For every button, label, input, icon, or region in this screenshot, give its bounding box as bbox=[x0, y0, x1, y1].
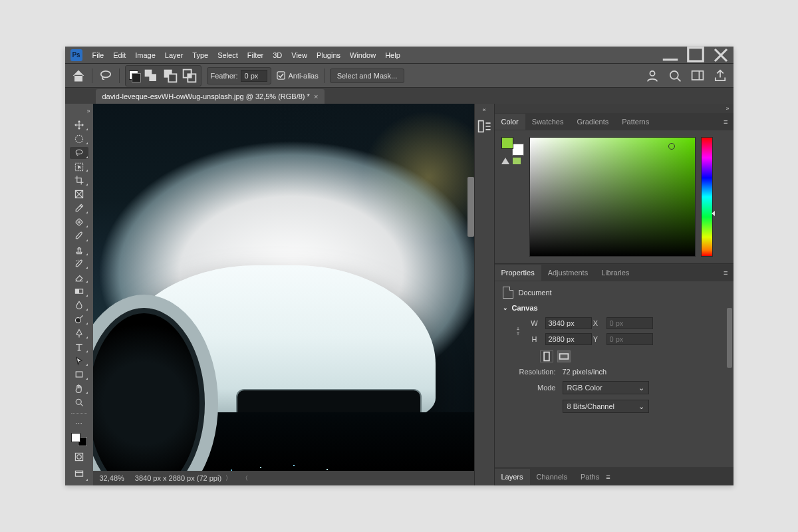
tab-layers[interactable]: Layers bbox=[495, 469, 530, 485]
svg-rect-8 bbox=[168, 74, 176, 82]
menu-image[interactable]: Image bbox=[130, 47, 160, 63]
history-brush-tool[interactable] bbox=[70, 258, 88, 270]
pen-tool[interactable] bbox=[70, 327, 88, 339]
account-icon[interactable] bbox=[644, 68, 660, 84]
close-tab-icon[interactable]: × bbox=[314, 92, 318, 100]
tab-color[interactable]: Color bbox=[495, 114, 525, 130]
menu-layer[interactable]: Layer bbox=[160, 47, 188, 63]
menu-file[interactable]: File bbox=[88, 47, 109, 63]
history-panel-icon[interactable] bbox=[476, 118, 492, 134]
color-picker-indicator[interactable] bbox=[668, 143, 675, 150]
subtract-from-selection-icon[interactable] bbox=[162, 68, 178, 84]
menu-select[interactable]: Select bbox=[213, 47, 243, 63]
hand-tool[interactable] bbox=[70, 382, 88, 394]
menu-help[interactable]: Help bbox=[380, 47, 405, 63]
chevron-left-icon[interactable]: 〈 bbox=[242, 474, 248, 483]
link-icon[interactable] bbox=[513, 327, 523, 336]
add-to-selection-icon[interactable] bbox=[143, 68, 159, 84]
share-icon[interactable] bbox=[712, 68, 728, 84]
rectangle-tool[interactable] bbox=[70, 368, 88, 380]
gradient-tool[interactable] bbox=[70, 285, 88, 297]
status-dimensions[interactable]: 3840 px x 2880 px (72 ppi) 〉 bbox=[135, 474, 231, 483]
intersect-selection-icon[interactable] bbox=[182, 68, 198, 84]
hue-indicator[interactable] bbox=[712, 211, 715, 216]
width-input[interactable] bbox=[545, 317, 592, 329]
panel-menu-icon[interactable]: ≡ bbox=[718, 269, 733, 277]
status-bar: 32,48% 3840 px x 2880 px (72 ppi) 〉 〈 bbox=[93, 471, 474, 485]
menu-window[interactable]: Window bbox=[345, 47, 380, 63]
tab-patterns[interactable]: Patterns bbox=[615, 114, 656, 130]
menu-edit[interactable]: Edit bbox=[108, 47, 130, 63]
crop-tool[interactable] bbox=[70, 174, 88, 186]
dodge-tool[interactable] bbox=[70, 313, 88, 325]
color-mode-dropdown[interactable]: RGB Color ⌄ bbox=[563, 381, 649, 394]
lasso-tool[interactable] bbox=[70, 147, 88, 159]
antialias-label: Anti-alias bbox=[288, 72, 318, 80]
brush-tool[interactable] bbox=[70, 230, 88, 242]
search-icon[interactable] bbox=[667, 68, 683, 84]
svg-rect-32 bbox=[76, 372, 82, 377]
document-tab[interactable]: david-leveque-esvWH-owWug-unsplash.jpg @… bbox=[96, 89, 325, 104]
window-close[interactable] bbox=[709, 47, 733, 63]
screen-mode-icon[interactable] bbox=[70, 467, 88, 481]
canvas-viewport[interactable] bbox=[93, 104, 474, 471]
collapse-toolbar-icon[interactable]: » bbox=[86, 108, 90, 114]
height-input[interactable] bbox=[545, 333, 592, 345]
frame-tool[interactable] bbox=[70, 188, 88, 200]
menu-view[interactable]: View bbox=[287, 47, 312, 63]
menu-type[interactable]: Type bbox=[188, 47, 213, 63]
portrait-button[interactable] bbox=[540, 350, 553, 362]
window-minimize[interactable] bbox=[658, 47, 682, 63]
eraser-tool[interactable] bbox=[70, 271, 88, 283]
color-gamut-warning[interactable] bbox=[501, 157, 524, 165]
quick-mask-icon[interactable] bbox=[70, 450, 88, 464]
clone-stamp-tool[interactable] bbox=[70, 244, 88, 256]
menu-plugins[interactable]: Plugins bbox=[312, 47, 345, 63]
color-foreground-background[interactable] bbox=[501, 137, 521, 153]
healing-brush-tool[interactable] bbox=[70, 216, 88, 228]
blur-tool[interactable] bbox=[70, 299, 88, 311]
new-selection-icon[interactable] bbox=[129, 70, 140, 81]
collapse-panels-icon[interactable]: » bbox=[495, 104, 733, 113]
select-and-mask-button[interactable]: Select and Mask... bbox=[330, 68, 405, 83]
status-zoom[interactable]: 32,48% bbox=[100, 474, 124, 482]
object-selection-tool[interactable] bbox=[70, 161, 88, 173]
landscape-button[interactable] bbox=[557, 350, 571, 362]
color-field[interactable] bbox=[529, 137, 696, 257]
tab-adjustments[interactable]: Adjustments bbox=[541, 265, 595, 281]
menu-3d[interactable]: 3D bbox=[268, 47, 287, 63]
nearest-color-swatch[interactable] bbox=[512, 157, 521, 165]
divider bbox=[324, 68, 325, 83]
foreground-background-swatch[interactable] bbox=[70, 432, 88, 447]
bit-depth-dropdown[interactable]: 8 Bits/Channel ⌄ bbox=[563, 400, 649, 413]
tab-properties[interactable]: Properties bbox=[495, 265, 541, 281]
home-icon[interactable] bbox=[70, 68, 86, 84]
chevron-right-icon[interactable]: 〉 bbox=[225, 474, 231, 483]
edit-toolbar-icon[interactable]: ⋯ bbox=[70, 418, 88, 430]
tab-gradients[interactable]: Gradients bbox=[571, 114, 616, 130]
workspace-icon[interactable] bbox=[690, 68, 706, 84]
canvas-section[interactable]: ⌄ Canvas bbox=[503, 304, 726, 312]
menu-filter[interactable]: Filter bbox=[243, 47, 268, 63]
panel-menu-icon[interactable]: ≡ bbox=[718, 118, 733, 126]
feather-input[interactable] bbox=[241, 70, 267, 82]
antialias-checkbox[interactable]: Anti-alias bbox=[277, 71, 318, 80]
lasso-tool-preset[interactable] bbox=[98, 68, 114, 84]
properties-scrollbar[interactable] bbox=[727, 308, 732, 368]
tab-swatches[interactable]: Swatches bbox=[525, 114, 571, 130]
tab-libraries[interactable]: Libraries bbox=[595, 265, 636, 281]
path-selection-tool[interactable] bbox=[70, 355, 88, 367]
zoom-tool[interactable] bbox=[70, 396, 88, 408]
move-tool[interactable] bbox=[70, 119, 88, 131]
resolution-value: 72 pixels/inch bbox=[563, 368, 607, 376]
tab-channels[interactable]: Channels bbox=[530, 469, 574, 485]
window-maximize[interactable] bbox=[684, 47, 708, 63]
vertical-scrollbar[interactable] bbox=[467, 177, 474, 237]
hue-slider[interactable] bbox=[701, 137, 713, 257]
type-tool[interactable] bbox=[70, 341, 88, 353]
marquee-tool[interactable] bbox=[70, 133, 88, 145]
tab-paths[interactable]: Paths bbox=[574, 469, 606, 485]
panel-menu-icon[interactable]: ≡ bbox=[606, 473, 610, 481]
expand-dock-icon[interactable]: « bbox=[482, 106, 485, 113]
eyedropper-tool[interactable] bbox=[70, 202, 88, 214]
